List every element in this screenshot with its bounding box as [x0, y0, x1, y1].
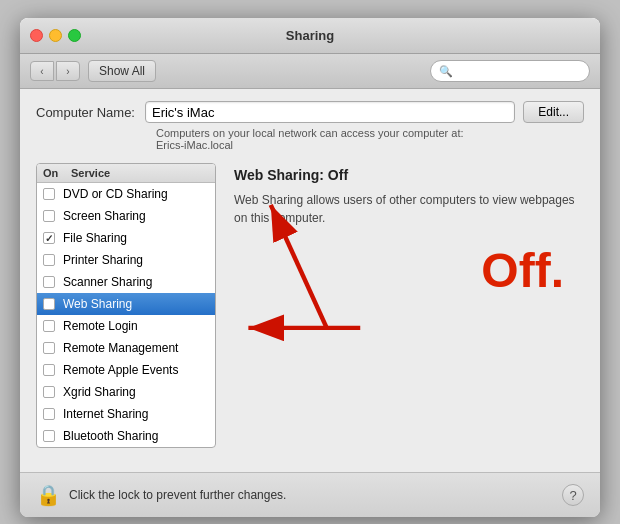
service-checkbox[interactable]	[43, 430, 55, 442]
titlebar: Sharing	[20, 18, 600, 54]
service-name: Screen Sharing	[63, 209, 146, 223]
main-panel: On Service DVD or CD SharingScreen Shari…	[36, 163, 584, 448]
service-checkbox[interactable]	[43, 254, 55, 266]
service-name: Remote Apple Events	[63, 363, 178, 377]
minimize-button[interactable]	[49, 29, 62, 42]
edit-button[interactable]: Edit...	[523, 101, 584, 123]
service-checkbox[interactable]	[43, 232, 55, 244]
service-name: DVD or CD Sharing	[63, 187, 168, 201]
service-item[interactable]: Remote Apple Events	[37, 359, 215, 381]
lock-icon[interactable]: 🔒	[36, 483, 61, 507]
service-item[interactable]: Xgrid Sharing	[37, 381, 215, 403]
service-item[interactable]: Web Sharing	[37, 293, 215, 315]
service-item[interactable]: Screen Sharing	[37, 205, 215, 227]
sharing-description: Web Sharing allows users of other comput…	[234, 191, 576, 227]
service-checkbox[interactable]	[43, 342, 55, 354]
search-icon: 🔍	[439, 65, 453, 78]
toolbar: ‹ › Show All 🔍	[20, 54, 600, 89]
show-all-button[interactable]: Show All	[88, 60, 156, 82]
help-button[interactable]: ?	[562, 484, 584, 506]
nav-forward-button[interactable]: ›	[56, 61, 80, 81]
sharing-status-title: Web Sharing: Off	[234, 167, 576, 183]
nav-back-button[interactable]: ‹	[30, 61, 54, 81]
col-service-header: Service	[71, 167, 110, 179]
service-checkbox[interactable]	[43, 408, 55, 420]
service-name: Scanner Sharing	[63, 275, 152, 289]
service-name: Printer Sharing	[63, 253, 143, 267]
service-item[interactable]: Bluetooth Sharing	[37, 425, 215, 447]
service-item[interactable]: DVD or CD Sharing	[37, 183, 215, 205]
service-checkbox[interactable]	[43, 210, 55, 222]
sharing-desc-text: Web Sharing allows users of other comput…	[234, 193, 575, 225]
service-items-container: DVD or CD SharingScreen SharingFile Shar…	[37, 183, 215, 447]
service-list: On Service DVD or CD SharingScreen Shari…	[36, 163, 216, 448]
off-label: Off.	[481, 243, 564, 298]
nav-buttons: ‹ ›	[30, 61, 80, 81]
network-hint: Computers on your local network can acce…	[156, 127, 584, 151]
traffic-lights	[30, 29, 81, 42]
service-name: Remote Login	[63, 319, 138, 333]
service-checkbox[interactable]	[43, 298, 55, 310]
computer-name-row: Computer Name: Edit...	[36, 101, 584, 123]
service-item[interactable]: Internet Sharing	[37, 403, 215, 425]
lock-text: Click the lock to prevent further change…	[69, 488, 562, 502]
window-title: Sharing	[286, 28, 334, 43]
search-input[interactable]	[457, 64, 581, 78]
service-name: Web Sharing	[63, 297, 132, 311]
service-item[interactable]: File Sharing	[37, 227, 215, 249]
service-checkbox[interactable]	[43, 386, 55, 398]
close-button[interactable]	[30, 29, 43, 42]
service-checkbox[interactable]	[43, 188, 55, 200]
service-name: Internet Sharing	[63, 407, 148, 421]
col-on-header: On	[43, 167, 71, 179]
bottom-bar: 🔒 Click the lock to prevent further chan…	[20, 472, 600, 517]
list-header: On Service	[37, 164, 215, 183]
service-name: Bluetooth Sharing	[63, 429, 158, 443]
service-checkbox[interactable]	[43, 364, 55, 376]
computer-name-label: Computer Name:	[36, 105, 135, 120]
maximize-button[interactable]	[68, 29, 81, 42]
service-name: Remote Management	[63, 341, 178, 355]
service-checkbox[interactable]	[43, 276, 55, 288]
service-name: File Sharing	[63, 231, 127, 245]
service-item[interactable]: Remote Management	[37, 337, 215, 359]
service-item[interactable]: Printer Sharing	[37, 249, 215, 271]
service-item[interactable]: Scanner Sharing	[37, 271, 215, 293]
right-panel: Web Sharing: Off Web Sharing allows user…	[226, 163, 584, 448]
sharing-window: Sharing ‹ › Show All 🔍 Computer Name: Ed…	[20, 18, 600, 517]
search-box: 🔍	[430, 60, 590, 82]
service-name: Xgrid Sharing	[63, 385, 136, 399]
computer-name-input[interactable]	[145, 101, 515, 123]
service-checkbox[interactable]	[43, 320, 55, 332]
service-item[interactable]: Remote Login	[37, 315, 215, 337]
content: Computer Name: Edit... Computers on your…	[20, 89, 600, 460]
